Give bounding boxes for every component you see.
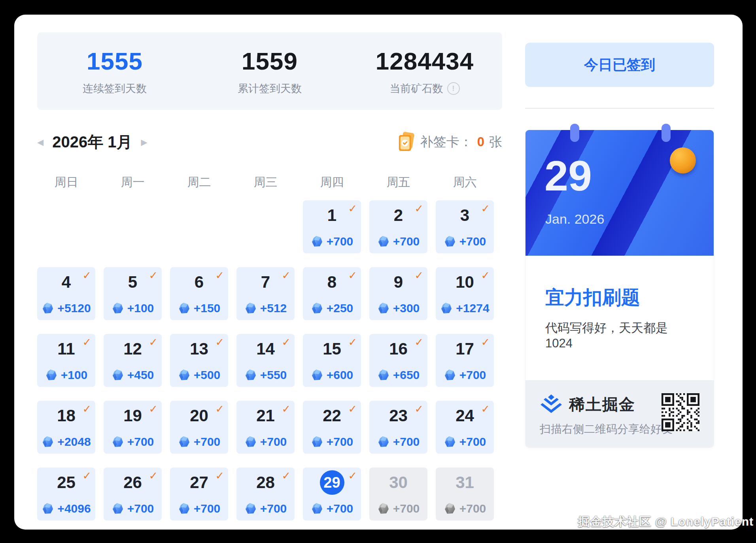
ore-icon	[311, 302, 323, 315]
check-icon: ✓	[149, 403, 158, 415]
orange-ball-decoration	[670, 147, 696, 173]
day-cell[interactable]: ✓ 19 +700	[104, 401, 162, 454]
check-icon: ✓	[282, 469, 291, 482]
day-cell[interactable]: ✓ 25 +4096	[37, 468, 95, 520]
day-cell[interactable]: ✓ 26 +700	[104, 468, 162, 520]
ore-icon	[42, 502, 54, 515]
day-cell[interactable]: ✓ 27 +700	[170, 468, 228, 520]
day-reward: +700	[303, 435, 361, 449]
stat-label: 累计签到天数	[238, 81, 302, 96]
card-footer: 稀土掘金 扫描右侧二维码分享给好友	[525, 380, 714, 447]
stat-value: 1284434	[347, 47, 502, 75]
day-cell[interactable]: ✓ 15 +600	[303, 334, 361, 387]
day-cell[interactable]: ✓ 31 +700	[436, 468, 494, 520]
ore-icon	[444, 369, 456, 381]
makeup-card-count: 0	[477, 134, 484, 149]
day-number: 31	[455, 473, 474, 492]
day-reward: +550	[236, 368, 295, 382]
day-cell[interactable]: ✓ 8 +250	[303, 267, 361, 320]
day-reward: +700	[436, 368, 494, 382]
ore-icon	[244, 369, 257, 381]
day-cell[interactable]: ✓ 5 +100	[104, 267, 162, 320]
day-cell[interactable]: ✓ 18 +2048	[37, 401, 95, 454]
day-number: 17	[455, 339, 474, 358]
day-reward: +700	[436, 502, 494, 515]
day-cell[interactable]: ✓ 3 +700	[436, 200, 494, 253]
month-navigation: ◀ 2026年 1月 ▶	[37, 131, 147, 153]
day-number: 21	[256, 406, 275, 425]
weekday-header: 周日 周一 周二 周三 周四 周五 周六	[37, 175, 502, 189]
signed-in-button[interactable]: 今日已签到	[525, 43, 714, 87]
calendar-grid: ✓ 1 +700 ✓	[37, 200, 502, 520]
brand-name: 稀土掘金	[569, 394, 635, 415]
day-number: 8	[327, 273, 336, 292]
day-number: 29	[320, 470, 344, 495]
day-reward: +700	[369, 235, 427, 248]
day-cell[interactable]: ✓ 11 +100	[37, 334, 95, 387]
day-reward: +700	[303, 502, 361, 515]
calendar-header: ◀ 2026年 1月 ▶ 补签卡： 0 张	[37, 130, 502, 153]
day-cell[interactable]: ✓ 9 +300	[369, 267, 427, 320]
day-number: 26	[123, 473, 142, 492]
reward-value: +700	[194, 435, 221, 449]
day-cell[interactable]: ✓ 22 +700	[303, 401, 361, 454]
ore-icon	[244, 502, 257, 515]
check-icon: ✓	[215, 469, 224, 482]
calendar-pin-icon	[570, 124, 579, 142]
day-reward: +700	[369, 502, 427, 515]
ore-icon	[311, 502, 323, 515]
day-cell[interactable]: ✓ 6 +150	[170, 267, 228, 320]
stat-label: 连续签到天数	[83, 81, 147, 96]
info-icon[interactable]: !	[447, 82, 460, 95]
day-cell[interactable]: ✓ 29 +700	[303, 468, 361, 520]
day-reward: +150	[170, 302, 228, 315]
day-reward: +2048	[37, 435, 95, 449]
stat-value: 1559	[192, 47, 347, 75]
makeup-card-unit: 张	[489, 133, 502, 151]
month-label: 2026年 1月	[52, 131, 132, 153]
makeup-card-info[interactable]: 补签卡： 0 张	[397, 132, 502, 152]
juejin-logo-icon	[540, 394, 563, 415]
day-cell[interactable]: ✓ 4 +5120	[37, 267, 95, 320]
day-cell[interactable]: ✓ 17 +700	[436, 334, 494, 387]
check-icon: ✓	[282, 403, 291, 415]
makeup-card-icon	[397, 132, 416, 152]
check-icon: ✓	[414, 336, 423, 349]
check-icon: ✓	[481, 336, 490, 349]
reward-value: +5120	[57, 302, 91, 315]
divider	[525, 108, 714, 109]
day-cell[interactable]: ✓ 23 +700	[369, 401, 427, 454]
reward-value: +1274	[456, 302, 489, 315]
day-cell[interactable]: ✓ 21 +700	[236, 401, 295, 454]
stats-bar: 1555 连续签到天数 1559 累计签到天数 1284434	[37, 32, 502, 110]
reward-value: +100	[61, 368, 88, 382]
prev-month-icon[interactable]: ◀	[37, 138, 43, 146]
next-month-icon[interactable]: ▶	[141, 138, 147, 146]
day-cell[interactable]: ✓ 10 +1274	[436, 267, 494, 320]
day-cell[interactable]: ✓ 20 +700	[170, 401, 228, 454]
reward-value: +700	[393, 235, 420, 248]
day-cell[interactable]: ✓ 1 +700	[303, 200, 361, 253]
qr-code	[662, 393, 699, 431]
day-cell[interactable]: ✓ 14 +550	[236, 334, 295, 387]
day-cell[interactable]: ✓ 28 +700	[236, 468, 295, 520]
day-cell[interactable]: ✓ 12 +450	[104, 334, 162, 387]
check-icon: ✓	[282, 269, 291, 282]
day-cell[interactable]: ✓ 2 +700	[369, 200, 427, 253]
check-icon: ✓	[414, 269, 423, 282]
day-reward: +100	[104, 302, 162, 315]
day-cell[interactable]: ✓ 24 +700	[436, 401, 494, 454]
weekday-label: 周五	[369, 175, 427, 189]
day-cell[interactable]: ✓ 7 +512	[236, 267, 295, 320]
reward-value: +650	[393, 368, 420, 382]
weekday-label: 周一	[104, 175, 162, 189]
stat-item: 1559 累计签到天数	[192, 47, 347, 96]
ore-icon	[311, 436, 323, 448]
day-cell[interactable]: ✓ 13 +500	[170, 334, 228, 387]
day-cell[interactable]: ✓ 16 +650	[369, 334, 427, 387]
day-number: 16	[389, 339, 408, 358]
day-cell[interactable]: ✓ 30 +700	[369, 468, 427, 520]
reward-value: +700	[260, 502, 287, 515]
ore-icon	[178, 302, 191, 315]
stat-item: 1555 连续签到天数	[37, 47, 192, 96]
